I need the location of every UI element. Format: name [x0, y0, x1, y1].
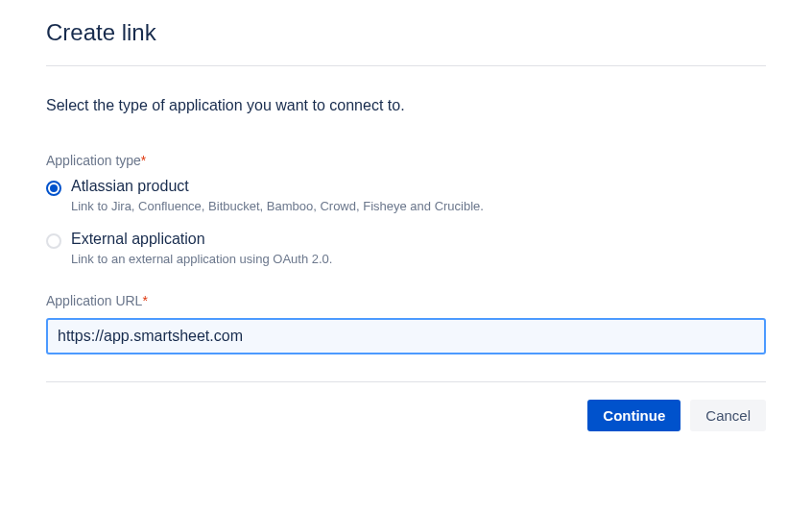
- radio-icon-unselected: [46, 233, 61, 249]
- radio-option-external-application[interactable]: External application Link to an external…: [46, 231, 766, 266]
- application-type-label: Application type*: [46, 153, 766, 168]
- radio-description: Link to Jira, Confluence, Bitbucket, Bam…: [71, 199, 766, 213]
- radio-label: Atlassian product: [71, 178, 766, 195]
- radio-option-atlassian-product[interactable]: Atlassian product Link to Jira, Confluen…: [46, 178, 766, 213]
- radio-icon-selected: [46, 181, 61, 196]
- divider: [46, 65, 766, 66]
- application-url-label-text: Application URL: [46, 293, 142, 308]
- application-type-label-text: Application type: [46, 153, 141, 168]
- application-url-field: Application URL*: [46, 293, 766, 354]
- cancel-button[interactable]: Cancel: [690, 400, 766, 431]
- required-asterisk: *: [141, 153, 146, 168]
- application-url-label: Application URL*: [46, 293, 766, 308]
- radio-content: External application Link to an external…: [71, 231, 766, 266]
- radio-label: External application: [71, 231, 766, 248]
- button-row: Continue Cancel: [46, 400, 766, 431]
- required-asterisk: *: [142, 293, 147, 308]
- continue-button[interactable]: Continue: [587, 400, 681, 431]
- radio-description: Link to an external application using OA…: [71, 252, 766, 266]
- radio-content: Atlassian product Link to Jira, Confluen…: [71, 178, 766, 213]
- application-type-group: Application type* Atlassian product Link…: [46, 153, 766, 266]
- application-url-input[interactable]: [46, 318, 766, 354]
- footer-divider: [46, 381, 766, 382]
- instruction-text: Select the type of application you want …: [46, 97, 766, 114]
- page-title: Create link: [46, 19, 766, 46]
